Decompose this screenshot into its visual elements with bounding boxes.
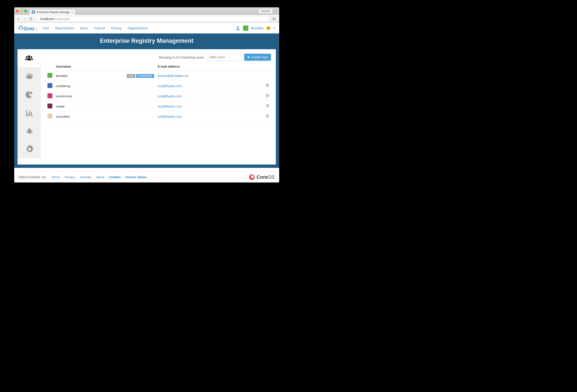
svg-rect-2 (273, 20, 276, 20)
window-controls (16, 7, 27, 15)
page-title: Enterprise Registry Management (14, 37, 279, 44)
favicon-icon: ▮ (32, 10, 35, 14)
sidebar-item-dashboard[interactable] (18, 68, 40, 86)
coreos-extension-button[interactable]: CoreOS (258, 9, 273, 13)
back-button[interactable] (16, 17, 20, 21)
svg-rect-13 (29, 111, 30, 115)
footer-link-terms[interactable]: Terms (51, 175, 60, 179)
maximize-window-button[interactable] (24, 10, 27, 12)
col-username: Username (54, 63, 116, 71)
superuser-badge: SUPERUSER (136, 74, 154, 78)
create-user-label: Create User (251, 55, 268, 59)
close-window-button[interactable] (16, 10, 19, 12)
results-status: Showing 5 of 5 matching users (159, 55, 204, 59)
nav-link-tour[interactable]: Tour (43, 26, 49, 30)
minimize-window-button[interactable] (20, 10, 23, 12)
cell-username: randomuser (54, 91, 116, 101)
page-body: Showing 5 of 5 matching users ✚ Create U… (14, 49, 279, 168)
coreos-logo-light: OS (268, 174, 275, 180)
notification-badge[interactable]: 2 (266, 26, 271, 30)
filter-users-input[interactable] (207, 54, 242, 61)
create-user-button[interactable]: ✚ Create User (244, 54, 271, 61)
user-avatar-icon (47, 73, 52, 78)
email-link[interactable]: no5@thanks.com (158, 115, 182, 118)
sidebar-item-settings[interactable] (18, 140, 40, 158)
row-settings-button[interactable] (265, 95, 269, 99)
app-navbar: Quay.io Tour Repositories Docs Tutorial … (14, 23, 279, 34)
svg-rect-3 (20, 27, 22, 29)
user-avatar-icon (47, 114, 52, 119)
close-tab-icon[interactable]: × (71, 10, 73, 14)
footer-link-status[interactable]: Service Status (126, 175, 147, 179)
users-icon (25, 54, 33, 63)
cell-username: unverified (54, 111, 116, 122)
plus-icon: ✚ (247, 55, 250, 59)
table-row: randomuserno4@thanks.com (46, 91, 271, 101)
user-avatar-icon (47, 93, 52, 98)
url-host: localhost (40, 17, 53, 21)
browser-menu-button[interactable] (271, 16, 277, 22)
row-settings-button[interactable] (265, 115, 269, 119)
nav-link-organizations[interactable]: Organizations (128, 26, 148, 30)
svg-rect-12 (27, 113, 28, 115)
nav-link-tutorial[interactable]: Tutorial (94, 26, 105, 30)
svg-point-7 (30, 56, 32, 58)
browser-window: ▮ Enterprise Registry Manage × CoreOS ▯ … (14, 7, 279, 182)
fullscreen-icon[interactable] (274, 9, 277, 13)
main-panel: Showing 5 of 5 matching users ✚ Create U… (18, 49, 276, 165)
svg-point-5 (28, 55, 30, 58)
svg-rect-4 (236, 29, 240, 30)
page-icon: ▯ (37, 17, 39, 21)
row-settings-button[interactable] (265, 105, 269, 109)
nav-link-pricing[interactable]: Pricing (111, 26, 121, 30)
footer-link-security[interactable]: Security (80, 175, 91, 179)
pie-chart-icon (25, 90, 34, 99)
address-bar[interactable]: ▯ localhost/superuser/ (35, 16, 269, 22)
user-name[interactable]: devtable (251, 26, 264, 30)
footer-link-contact[interactable]: Contact (109, 175, 120, 179)
footer-copyright: ©2014 CoreOS, Inc. (19, 175, 47, 179)
svg-rect-10 (26, 109, 27, 116)
nav-link-repositories[interactable]: Repositories (55, 26, 74, 30)
user-menu-caret-icon[interactable] (273, 28, 275, 29)
sidebar-item-usage[interactable] (18, 86, 40, 104)
cell-username: outsideorg (54, 81, 116, 91)
footer-link-privacy[interactable]: Privacy (65, 175, 75, 179)
sidebar-item-debug[interactable] (18, 122, 40, 140)
logo-text: Quay (24, 26, 35, 31)
svg-point-6 (26, 56, 28, 58)
gear-icon (25, 145, 34, 153)
row-settings-button[interactable] (265, 85, 269, 88)
forward-button[interactable] (23, 17, 27, 21)
logo-suffix: .io (35, 28, 38, 31)
user-avatar-icon (47, 83, 52, 88)
footer-link-about[interactable]: About (96, 175, 104, 179)
table-row: readerno1@thanks.com (46, 101, 271, 111)
bar-chart-icon (25, 109, 34, 117)
sidebar-item-logs[interactable] (18, 104, 40, 122)
sidebar (18, 49, 41, 165)
coreos-footer-logo[interactable]: CoreOS (249, 174, 275, 180)
table-row: outsideorgno2@thanks.com (46, 81, 271, 91)
email-link[interactable]: no1@thanks.com (158, 105, 182, 108)
email-link[interactable]: jschorr@devtable.com (158, 74, 189, 78)
svg-rect-0 (273, 18, 276, 18)
email-link[interactable]: no2@thanks.com (158, 84, 182, 88)
email-link[interactable]: no4@thanks.com (158, 94, 182, 98)
coreos-logo-bold: Core (256, 174, 268, 180)
bug-icon (25, 127, 34, 135)
navbar-links: Tour Repositories Docs Tutorial Pricing … (43, 26, 148, 30)
coreos-icon (249, 174, 255, 180)
svg-rect-11 (26, 115, 33, 116)
you-badge: YOU (127, 74, 136, 78)
cell-username: reader (54, 101, 116, 111)
dashboard-icon (25, 72, 34, 81)
tab-title: Enterprise Registry Manage (36, 11, 70, 14)
nav-link-docs[interactable]: Docs (80, 26, 88, 30)
sidebar-item-users[interactable] (18, 49, 40, 68)
upload-icon[interactable] (236, 26, 240, 31)
browser-tab[interactable]: ▮ Enterprise Registry Manage × (29, 9, 75, 15)
reload-button[interactable] (29, 17, 33, 21)
quay-logo[interactable]: Quay.io (18, 25, 38, 31)
user-avatar[interactable] (243, 26, 248, 31)
